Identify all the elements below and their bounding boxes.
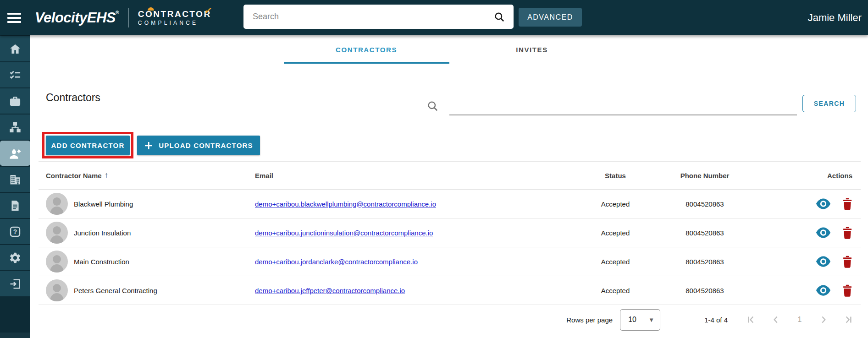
contractor-phone: 8004520863 [652,200,757,208]
last-page-button[interactable] [836,311,861,329]
trash-icon [842,227,852,239]
upload-button-label: UPLOAD CONTRACTORS [159,142,253,149]
contractor-phone: 8004520863 [652,229,757,237]
table-row: Peters General Contracting demo+caribou.… [39,276,861,305]
view-contractor-button[interactable] [816,285,830,296]
contractor-name: Junction Insulation [74,229,131,237]
briefcase-icon [9,95,22,108]
contractors-table: Contractor Name ↑ Email Status Phone Num… [39,161,861,305]
chevron-left-icon [770,314,782,326]
first-page-button[interactable] [739,311,763,329]
user-name[interactable]: Jamie Miller [808,0,862,35]
previous-page-button[interactable] [763,311,788,329]
upload-contractors-button[interactable]: UPLOAD CONTRACTORS [137,136,260,155]
contractor-phone: 8004520863 [652,287,757,294]
eye-icon [816,227,830,238]
contractor-avatar [46,251,68,273]
sidebar-item-logout[interactable] [0,271,30,296]
sidebar-nav: ? [0,35,30,338]
rows-per-page-select[interactable]: 10 ▼ [620,309,660,331]
column-header-email[interactable]: Email [255,172,579,180]
app-header: VelocityEHS® CONTRACTOR COMPLIANCE ✓ ADV… [0,0,868,35]
contractor-email-link[interactable]: demo+caribou.blackwellplumbing@contracto… [255,200,436,208]
advanced-search-button[interactable]: ADVANCED [519,8,582,27]
contractor-email-link[interactable]: demo+caribou.jordanclarke@contractorcomp… [255,258,418,266]
sidebar-item-jobs[interactable] [0,88,30,114]
view-contractor-button[interactable] [816,198,830,209]
help-icon: ? [9,225,22,238]
search-button[interactable]: SEARCH [802,95,856,112]
search-icon[interactable] [493,11,505,23]
eye-icon [816,285,830,296]
registered-mark: ® [116,10,119,15]
page-title: Contractors [46,92,100,104]
checkmark-accent-icon: ✓ [204,5,213,16]
sidebar-item-home[interactable] [0,36,30,61]
trash-icon [842,284,852,297]
contractor-name: Main Construction [74,258,129,266]
contractor-status: Accepted [579,229,652,237]
next-page-button[interactable] [811,311,836,329]
contractor-name: Peters General Contracting [74,287,157,294]
contractor-filter-input[interactable] [449,97,797,115]
velocityehs-logo: VelocityEHS® [35,10,119,26]
table-row: Main Construction demo+caribou.jordancla… [39,247,861,276]
checklist-icon [9,69,22,82]
contractor-worker-icon [8,147,22,160]
column-header-actions: Actions [757,172,861,180]
rows-per-page-value: 10 [628,316,636,324]
logo-divider [128,8,129,27]
sidebar-item-contractors[interactable] [0,141,30,166]
home-icon [9,43,22,55]
hardhat-accent-icon [148,7,154,11]
delete-contractor-button[interactable] [842,227,852,239]
view-contractor-button[interactable] [816,227,830,238]
pagination-bar: Rows per page 10 ▼ 1-4 of 4 1 [459,308,861,332]
sidebar-item-company[interactable] [0,167,30,192]
contractor-email-link[interactable]: demo+caribou.jeffpeter@contractorcomplia… [255,287,405,294]
first-page-icon [745,314,757,326]
svg-text:?: ? [13,228,17,235]
gear-icon [9,251,22,264]
contractor-avatar [46,279,68,301]
document-icon [9,199,22,212]
exit-icon [9,278,22,290]
sidebar-item-help[interactable]: ? [0,219,30,244]
trash-icon [842,256,852,268]
add-contractor-button[interactable]: ADD CONTRACTOR [46,136,130,155]
pagination-range-label: 1-4 of 4 [704,316,728,324]
sidebar-item-settings[interactable] [0,245,30,270]
delete-contractor-button[interactable] [842,284,852,297]
sidebar-item-org-chart[interactable] [0,114,30,140]
sitemap-icon [9,121,22,134]
view-contractor-button[interactable] [816,256,830,267]
contractor-status: Accepted [579,200,652,208]
filter-search-icon [426,100,439,114]
contractor-name: Blackwell Plumbing [74,200,133,208]
delete-contractor-button[interactable] [842,256,852,268]
eye-icon [816,198,830,209]
contractor-avatar [46,193,68,215]
contractor-status: Accepted [579,287,652,294]
global-search-input[interactable] [243,12,493,22]
table-row: Junction Insulation demo+caribou.junctio… [39,218,861,247]
last-page-icon [842,314,854,326]
column-header-status[interactable]: Status [579,172,652,180]
column-header-phone[interactable]: Phone Number [652,172,757,180]
menu-hamburger-icon[interactable] [0,0,28,35]
plus-icon [144,141,153,150]
pagination-nav: 1 [739,311,861,329]
sidebar-item-documents[interactable] [0,193,30,218]
trash-icon [842,198,852,210]
contractor-email-link[interactable]: demo+caribou.junctioninsulation@contract… [255,229,433,237]
sidebar-item-tasks[interactable] [0,62,30,87]
delete-contractor-button[interactable] [842,198,852,210]
tab-contractors[interactable]: CONTRACTORS [284,35,449,64]
current-page-number[interactable]: 1 [788,316,811,324]
sidebar-filler [0,333,30,338]
column-header-contractor-name[interactable]: Contractor Name ↑ [39,171,255,180]
table-body: Blackwell Plumbing demo+caribou.blackwel… [39,189,861,305]
contractor-phone: 8004520863 [652,258,757,266]
tab-invites[interactable]: INVITES [449,35,615,64]
contractor-status: Accepted [579,258,652,266]
